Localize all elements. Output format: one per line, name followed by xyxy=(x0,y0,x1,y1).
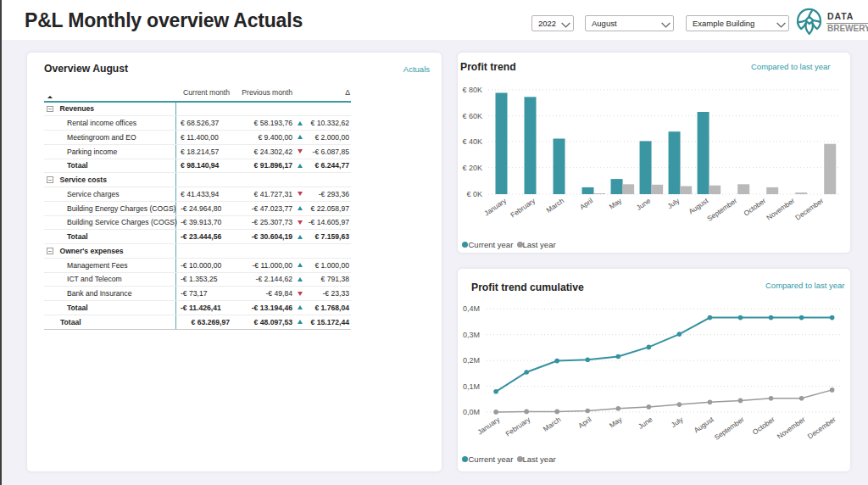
svg-text:October: October xyxy=(742,196,767,217)
svg-text:0,2M: 0,2M xyxy=(463,356,480,365)
svg-text:May: May xyxy=(608,415,624,430)
svg-text:April: April xyxy=(576,415,593,430)
svg-text:January: January xyxy=(476,415,502,437)
svg-text:January: January xyxy=(482,196,509,218)
svg-text:February: February xyxy=(504,415,532,438)
svg-text:November: November xyxy=(765,196,796,221)
svg-text:June: June xyxy=(637,415,654,431)
svg-text:June: June xyxy=(635,196,653,212)
svg-text:July: July xyxy=(665,196,682,210)
svg-text:March: March xyxy=(542,415,563,433)
svg-text:0,1M: 0,1M xyxy=(463,382,480,391)
svg-text:March: March xyxy=(545,196,566,215)
svg-text:April: April xyxy=(578,196,594,211)
svg-text:0,0M: 0,0M xyxy=(463,408,480,416)
svg-text:0,4M: 0,4M xyxy=(463,304,480,313)
svg-text:September: September xyxy=(705,196,738,223)
svg-text:July: July xyxy=(670,415,686,429)
svg-text:September: September xyxy=(713,415,746,442)
svg-text:February: February xyxy=(509,196,537,220)
svg-text:August: August xyxy=(693,415,715,434)
svg-text:May: May xyxy=(608,196,624,211)
svg-text:0,3M: 0,3M xyxy=(463,331,480,339)
svg-text:August: August xyxy=(687,196,709,215)
svg-text:November: November xyxy=(776,415,807,440)
svg-text:December: December xyxy=(793,196,825,221)
svg-text:October: October xyxy=(751,415,776,436)
svg-text:December: December xyxy=(806,415,837,440)
